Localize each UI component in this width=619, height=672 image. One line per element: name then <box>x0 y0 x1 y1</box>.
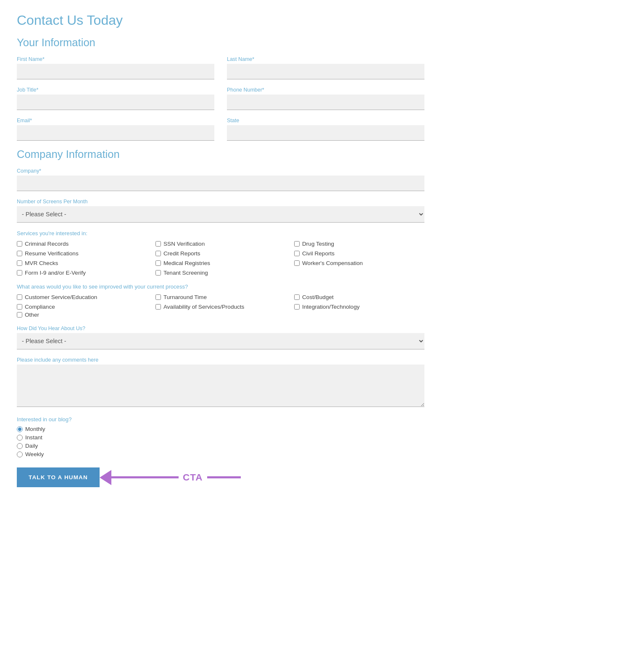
medical-registries-label: Medical Registries <box>163 260 210 266</box>
instant-radio[interactable] <box>17 435 23 441</box>
service-credit-reports: Credit Reports <box>155 250 286 257</box>
phone-label: Phone Number* <box>227 87 424 93</box>
turnaround-time-label: Turnaround Time <box>163 294 207 300</box>
improvements-section: What areas would you like to see improve… <box>17 284 424 318</box>
job-title-input[interactable] <box>17 94 214 110</box>
blog-daily: Daily <box>17 443 424 449</box>
job-phone-row: Job Title* Phone Number* <box>17 87 424 110</box>
integration-checkbox[interactable] <box>294 304 300 310</box>
first-name-input[interactable] <box>17 64 214 79</box>
instant-label: Instant <box>25 434 42 441</box>
service-tenant-screening: Tenant Screening <box>155 270 286 276</box>
medical-registries-checkbox[interactable] <box>155 260 161 266</box>
company-input[interactable] <box>17 176 424 191</box>
email-label: Email* <box>17 118 214 123</box>
job-title-group: Job Title* <box>17 87 214 110</box>
improve-customer-service: Customer Service/Education <box>17 294 147 300</box>
other-label: Other <box>25 312 39 318</box>
service-form-i9: Form I-9 and/or E-Verify <box>17 270 147 276</box>
workers-compensation-label: Worker's Compensation <box>302 260 363 266</box>
civil-reports-checkbox[interactable] <box>294 251 300 256</box>
turnaround-time-checkbox[interactable] <box>155 294 161 300</box>
screens-select[interactable]: - Please Select - 1-10 11-50 51-100 101-… <box>17 206 424 223</box>
service-drug-testing: Drug Testing <box>294 241 424 247</box>
availability-checkbox[interactable] <box>155 304 161 310</box>
last-name-input[interactable] <box>227 64 424 79</box>
state-label: State <box>227 118 424 123</box>
improvements-label: What areas would you like to see improve… <box>17 284 424 290</box>
service-ssn-verification: SSN Verification <box>155 241 286 247</box>
company-row: Company* <box>17 168 424 191</box>
phone-group: Phone Number* <box>227 87 424 110</box>
company-info-title: Company Information <box>17 148 424 160</box>
cta-arrow-container: CTA <box>100 470 241 485</box>
hear-about-row: How Did You Hear About Us? - Please Sele… <box>17 326 424 349</box>
name-row: First Name* Last Name* <box>17 56 424 79</box>
credit-reports-checkbox[interactable] <box>155 251 161 256</box>
comments-label: Please include any comments here <box>17 357 424 363</box>
drug-testing-checkbox[interactable] <box>294 241 300 247</box>
improve-availability: Availability of Services/Products <box>155 304 286 310</box>
tenant-screening-checkbox[interactable] <box>155 270 161 276</box>
tenant-screening-label: Tenant Screening <box>163 270 208 276</box>
arrow-line-left <box>111 476 179 478</box>
improvements-grid: Customer Service/Education Turnaround Ti… <box>17 294 424 310</box>
criminal-records-checkbox[interactable] <box>17 241 22 247</box>
form-i9-checkbox[interactable] <box>17 270 22 276</box>
cost-budget-checkbox[interactable] <box>294 294 300 300</box>
arrow-head-icon <box>100 470 111 485</box>
screens-label: Number of Screens Per Month <box>17 199 424 205</box>
blog-monthly: Monthly <box>17 426 424 432</box>
last-name-label: Last Name* <box>227 56 424 62</box>
services-grid: Criminal Records SSN Verification Drug T… <box>17 241 424 276</box>
form-i9-label: Form I-9 and/or E-Verify <box>25 270 86 276</box>
daily-label: Daily <box>25 443 38 449</box>
daily-radio[interactable] <box>17 443 23 449</box>
mvr-checks-checkbox[interactable] <box>17 260 22 266</box>
your-info-title: Your Information <box>17 37 424 49</box>
page-title: Contact Us Today <box>17 13 424 28</box>
cta-row: TALK TO A HUMAN CTA <box>17 467 424 487</box>
ssn-verification-label: SSN Verification <box>163 241 205 247</box>
hear-about-select[interactable]: - Please Select - Google LinkedIn Referr… <box>17 333 424 349</box>
service-medical-registries: Medical Registries <box>155 260 286 266</box>
drug-testing-label: Drug Testing <box>302 241 334 247</box>
email-input[interactable] <box>17 125 214 141</box>
services-section: Services you're interested in: Criminal … <box>17 230 424 276</box>
first-name-group: First Name* <box>17 56 214 79</box>
job-title-label: Job Title* <box>17 87 214 93</box>
monthly-radio[interactable] <box>17 426 23 432</box>
email-state-row: Email* State <box>17 118 424 141</box>
mvr-checks-label: MVR Checks <box>25 260 58 266</box>
first-name-label: First Name* <box>17 56 214 62</box>
cost-budget-label: Cost/Budget <box>302 294 334 300</box>
blog-section: Interested in our blog? Monthly Instant … <box>17 416 424 457</box>
services-label: Services you're interested in: <box>17 230 424 236</box>
service-resume-verifications: Resume Verifications <box>17 250 147 257</box>
phone-input[interactable] <box>227 94 424 110</box>
improve-other: Other <box>17 312 424 318</box>
workers-compensation-checkbox[interactable] <box>294 260 300 266</box>
compliance-checkbox[interactable] <box>17 304 22 310</box>
other-checkbox[interactable] <box>17 312 22 318</box>
screens-per-month-row: Number of Screens Per Month - Please Sel… <box>17 199 424 223</box>
availability-label: Availability of Services/Products <box>163 304 244 310</box>
weekly-radio[interactable] <box>17 452 23 457</box>
comments-textarea[interactable] <box>17 365 424 407</box>
service-criminal-records: Criminal Records <box>17 241 147 247</box>
resume-verifications-checkbox[interactable] <box>17 251 22 256</box>
talk-to-human-button[interactable]: TALK TO A HUMAN <box>17 467 100 487</box>
state-input[interactable] <box>227 125 424 141</box>
service-workers-compensation: Worker's Compensation <box>294 260 424 266</box>
arrow-line-right <box>207 476 241 478</box>
credit-reports-label: Credit Reports <box>163 250 200 257</box>
service-civil-reports: Civil Reports <box>294 250 424 257</box>
weekly-label: Weekly <box>25 451 44 457</box>
compliance-label: Compliance <box>25 304 55 310</box>
cta-label: CTA <box>183 472 203 483</box>
monthly-label: Monthly <box>25 426 45 432</box>
ssn-verification-checkbox[interactable] <box>155 241 161 247</box>
state-group: State <box>227 118 424 141</box>
email-group: Email* <box>17 118 214 141</box>
customer-service-checkbox[interactable] <box>17 294 22 300</box>
